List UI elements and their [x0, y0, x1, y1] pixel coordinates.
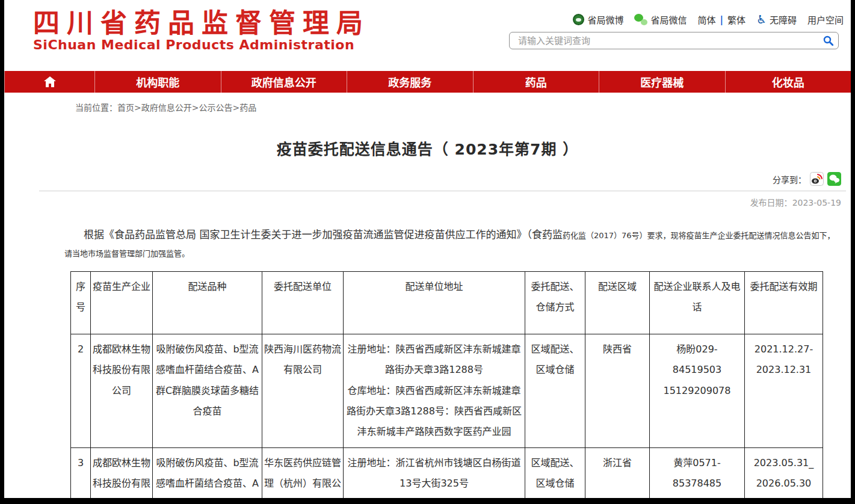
lang-divider: |	[720, 14, 723, 25]
col-header-delivery-company: 委托配送单位	[262, 271, 344, 334]
breadcrumb-label: 当前位置：	[75, 103, 117, 112]
weibo-icon	[573, 14, 584, 25]
share-wechat-icon[interactable]	[827, 172, 841, 186]
col-header-products: 配送品种	[153, 271, 262, 334]
cell-address: 注册地址：浙江省杭州市钱塘区白杨街道13号大街325号 仓库地址：浙江省杭州市钱…	[344, 447, 525, 504]
cell-seq: 2	[71, 334, 91, 447]
cell-products: 吸附破伤风疫苗、b型流感嗜血杆菌结合疫苗、A群C群脑膜炎球菌多糖结合疫苗	[153, 447, 262, 504]
share-label: 分享到：	[773, 173, 806, 185]
publish-date-label: 发布日期：	[750, 198, 792, 207]
col-header-contact: 配送企业联系人及电话	[650, 271, 745, 334]
publish-date-value: 2023-05-19	[792, 198, 841, 207]
nav-item-gov-services[interactable]: 政务服务	[347, 71, 473, 93]
breadcrumb: 当前位置：首页>政府信息公开>公示公告>药品	[75, 101, 851, 113]
main-nav: 机构职能 政府信息公开 政务服务 药品 医疗器械 化妆品	[4, 71, 851, 93]
article: 疫苗委托配送信息通告（ 2023年第7期 ） 分享到： 发布日期：2023-05…	[4, 137, 851, 504]
intro-paragraph-lead: 根据《食品药品监管总局 国家卫生计生委关于进一步加强疫苗流通监管促进疫苗供应工作…	[84, 229, 563, 241]
cell-products: 吸附破伤风疫苗、b型流感嗜血杆菌结合疫苗、A群C群脑膜炎球菌多糖结合疫苗	[153, 334, 262, 447]
accessibility-icon: ♿	[756, 14, 767, 25]
share-row: 分享到：	[4, 172, 841, 186]
nav-item-drugs[interactable]: 药品	[473, 71, 599, 93]
col-header-region: 配送区域	[585, 271, 650, 334]
cell-region: 陕西省	[585, 334, 650, 447]
table-row: 3 成都欧林生物科技股份有限公司 吸附破伤风疫苗、b型流感嗜血杆菌结合疫苗、A群…	[71, 447, 823, 504]
cell-manufacturer: 成都欧林生物科技股份有限公司	[91, 447, 153, 504]
wechat-link[interactable]: 省局微信	[634, 13, 687, 26]
breadcrumb-path[interactable]: 首页>政府信息公开>公示公告>药品	[117, 103, 256, 112]
search-button[interactable]	[823, 35, 833, 46]
header-right: 省局微博 省局微信 简体 | 繁体 ♿ 无障碍 用户空间	[509, 10, 844, 71]
col-header-address: 配送单位地址	[344, 271, 525, 334]
cell-address: 注册地址：陕西省西咸新区沣东新城建章路街办天章3路1288号 仓库地址：陕西省西…	[344, 334, 525, 447]
nav-item-organization[interactable]: 机构职能	[94, 71, 221, 93]
site-header: 四川省药品监督管理局 SiChuan Medical Products Admi…	[4, 0, 851, 71]
cell-delivery-company: 华东医药供应链管理（杭州）有限公司	[262, 447, 344, 504]
lang-traditional-link[interactable]: 繁体	[727, 13, 745, 26]
weibo-link-label: 省局微博	[587, 13, 623, 26]
home-icon	[43, 76, 57, 88]
cell-validity: 2021.12.27- 2023.12.31	[745, 334, 823, 447]
lang-switch: 简体 | 繁体	[697, 13, 745, 26]
nav-item-cosmetics[interactable]: 化妆品	[725, 71, 851, 93]
site-logo: 四川省药品监督管理局 SiChuan Medical Products Admi…	[33, 10, 370, 71]
accessibility-link-label: 无障碍	[770, 13, 797, 26]
cell-seq: 3	[71, 447, 91, 504]
col-header-validity: 委托配送有效期	[745, 271, 823, 334]
nav-item-gov-info[interactable]: 政府信息公开	[221, 71, 347, 93]
cell-validity: 2023.05.31_ 2026.05.30	[745, 447, 823, 504]
col-header-mode: 委托配送、仓储方式	[525, 271, 585, 334]
lang-simplified-link[interactable]: 简体	[697, 13, 715, 26]
site-logo-subtitle: SiChuan Medical Products Administration	[33, 37, 370, 52]
table-header-row: 序号 疫苗生产企业 配送品种 委托配送单位 配送单位地址 委托配送、仓储方式 配…	[71, 271, 823, 334]
user-space-link[interactable]: 用户空间	[807, 13, 844, 26]
weibo-link[interactable]: 省局微博	[573, 13, 623, 26]
table-row: 2 成都欧林生物科技股份有限公司 吸附破伤风疫苗、b型流感嗜血杆菌结合疫苗、A群…	[71, 334, 823, 447]
user-space-link-label: 用户空间	[807, 13, 844, 26]
search-input[interactable]	[518, 35, 823, 46]
page-frame: 四川省药品监督管理局 SiChuan Medical Products Admi…	[0, 0, 855, 504]
cell-delivery-company: 陕西海川医药物流有限公司	[262, 334, 344, 447]
nav-item-medical-devices[interactable]: 医疗器械	[599, 71, 725, 93]
cell-manufacturer: 成都欧林生物科技股份有限公司	[91, 334, 153, 447]
cell-region: 浙江省	[585, 447, 650, 504]
content-divider	[39, 191, 846, 191]
nav-home[interactable]	[4, 71, 94, 93]
share-weibo-icon[interactable]	[810, 172, 824, 186]
cell-mode: 区域配送、区域仓储	[525, 447, 585, 504]
wechat-icon	[634, 14, 647, 25]
cell-mode: 区域配送、区域仓储	[525, 334, 585, 447]
intro-paragraph: 根据《食品药品监管总局 国家卫生计生委关于进一步加强疫苗流通监管促进疫苗供应工作…	[64, 225, 835, 263]
cell-contact: 黄萍0571- 85378485 15288136891	[650, 447, 745, 504]
page-title: 疫苗委托配送信息通告（ 2023年第7期 ）	[4, 137, 851, 159]
site-logo-title: 四川省药品监督管理局	[33, 10, 370, 37]
col-header-seq: 序号	[71, 271, 91, 334]
cell-contact: 杨盼029- 84519503 15129209078	[650, 334, 745, 447]
wechat-link-label: 省局微信	[650, 13, 687, 26]
col-header-manufacturer: 疫苗生产企业	[91, 271, 153, 334]
search-icon	[823, 35, 833, 46]
accessibility-link[interactable]: ♿ 无障碍	[756, 13, 797, 26]
delivery-table: 序号 疫苗生产企业 配送品种 委托配送单位 配送单位地址 委托配送、仓储方式 配…	[70, 271, 823, 504]
top-links: 省局微博 省局微信 简体 | 繁体 ♿ 无障碍 用户空间	[509, 13, 844, 26]
publish-date: 发布日期：2023-05-19	[4, 196, 841, 208]
search-box	[509, 32, 839, 49]
